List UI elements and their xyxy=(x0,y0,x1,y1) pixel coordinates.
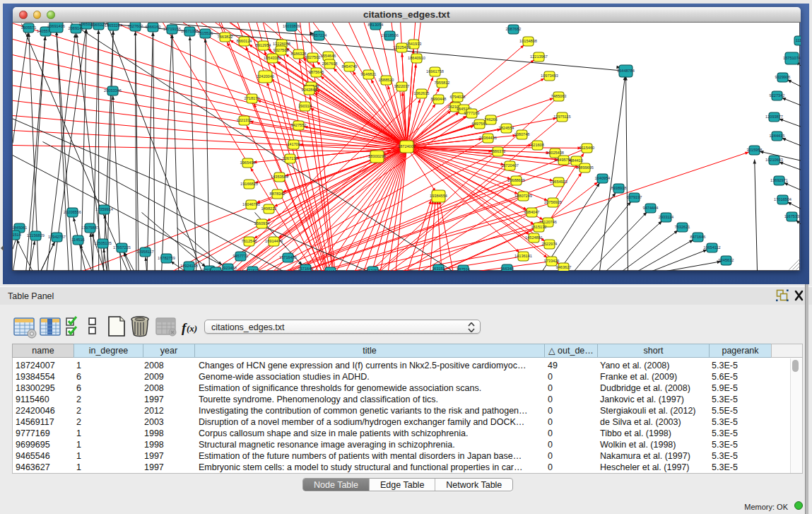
svg-text:1527602: 1527602 xyxy=(127,24,143,28)
svg-text:12226058: 12226058 xyxy=(273,42,290,46)
svg-text:10671355: 10671355 xyxy=(181,29,199,33)
svg-text:18640910: 18640910 xyxy=(408,56,425,60)
svg-text:1571640: 1571640 xyxy=(298,267,313,271)
svg-text:19384554: 19384554 xyxy=(430,194,447,198)
svg-text:17359914: 17359914 xyxy=(95,207,113,211)
svg-text:984410: 984410 xyxy=(570,158,583,163)
svg-text:20053346: 20053346 xyxy=(104,88,122,93)
svg-text:1845061: 1845061 xyxy=(13,226,27,230)
svg-text:163152: 163152 xyxy=(432,267,445,271)
svg-text:2967608: 2967608 xyxy=(322,62,337,66)
svg-text:1965498: 1965498 xyxy=(240,160,255,165)
svg-text:10899695: 10899695 xyxy=(576,165,594,170)
svg-text:19166825: 19166825 xyxy=(240,182,258,186)
svg-text:17957225: 17957225 xyxy=(113,245,131,250)
svg-text:10688609: 10688609 xyxy=(507,178,525,182)
svg-text:6379197: 6379197 xyxy=(626,195,642,199)
svg-text:1733426: 1733426 xyxy=(543,259,559,263)
svg-text:14136141: 14136141 xyxy=(514,254,532,258)
svg-text:20691406: 20691406 xyxy=(47,24,65,28)
svg-text:8938918: 8938918 xyxy=(611,186,626,190)
svg-text:8878342: 8878342 xyxy=(269,192,285,196)
svg-text:1560934: 1560934 xyxy=(254,221,269,226)
svg-text:9146821: 9146821 xyxy=(360,72,376,76)
svg-text:1167533: 1167533 xyxy=(784,214,799,218)
svg-text:8990448: 8990448 xyxy=(430,97,446,101)
svg-text:7515526: 7515526 xyxy=(197,31,213,35)
svg-text:20364436: 20364436 xyxy=(479,136,497,140)
svg-text:7632621: 7632621 xyxy=(674,225,690,229)
svg-text:7485063: 7485063 xyxy=(551,94,566,98)
svg-text:7612540: 7612540 xyxy=(241,239,257,243)
svg-text:8813054: 8813054 xyxy=(367,23,383,27)
svg-text:16046785: 16046785 xyxy=(242,202,260,206)
svg-text:15716485: 15716485 xyxy=(279,255,297,259)
svg-text:15751074: 15751074 xyxy=(783,56,801,60)
svg-text:1362615: 1362615 xyxy=(413,91,429,95)
svg-text:12924148: 12924148 xyxy=(180,264,198,268)
svg-text:10719155: 10719155 xyxy=(163,27,181,31)
svg-text:9327502: 9327502 xyxy=(305,55,320,59)
svg-text:1221331: 1221331 xyxy=(236,118,252,122)
svg-text:2522974: 2522974 xyxy=(541,242,557,246)
svg-text:7663822: 7663822 xyxy=(217,35,233,39)
svg-text:1112: 1112 xyxy=(795,38,801,42)
svg-text:2933114: 2933114 xyxy=(658,215,673,219)
svg-text:129234: 129234 xyxy=(209,269,223,271)
svg-text:9227342: 9227342 xyxy=(769,93,784,98)
svg-text:9242848: 9242848 xyxy=(301,88,317,92)
svg-text:114516: 114516 xyxy=(71,238,84,242)
svg-text:746266: 746266 xyxy=(484,117,498,122)
svg-text:1615132: 1615132 xyxy=(531,225,546,229)
svg-text:12213967: 12213967 xyxy=(530,54,548,59)
svg-text:13692971: 13692971 xyxy=(770,178,788,182)
svg-text:9384047: 9384047 xyxy=(524,210,539,214)
svg-text:14524851: 14524851 xyxy=(525,235,543,240)
svg-text:1588520: 1588520 xyxy=(378,78,394,82)
svg-text:16448784: 16448784 xyxy=(617,69,635,73)
svg-text:20206556: 20206556 xyxy=(64,210,81,214)
svg-text:987514: 987514 xyxy=(457,267,470,271)
svg-text:771542: 771542 xyxy=(246,269,259,271)
svg-text:621608: 621608 xyxy=(531,143,544,147)
svg-text:17016504: 17016504 xyxy=(774,197,792,201)
svg-text:1498222: 1498222 xyxy=(261,206,276,211)
svg-text:12325419: 12325419 xyxy=(393,45,411,49)
svg-text:8912954: 8912954 xyxy=(255,43,271,47)
svg-text:12156829: 12156829 xyxy=(27,233,45,238)
svg-text:2718170: 2718170 xyxy=(244,96,259,100)
svg-text:14353584: 14353584 xyxy=(271,175,288,179)
svg-text:16033809: 16033809 xyxy=(283,24,300,28)
svg-text:10025438: 10025438 xyxy=(546,151,564,155)
svg-text:1905571: 1905571 xyxy=(20,25,36,30)
svg-text:12505135: 12505135 xyxy=(94,241,112,245)
svg-text:19654923: 19654923 xyxy=(550,180,567,184)
svg-text:166348: 166348 xyxy=(500,267,514,271)
svg-text:6497568: 6497568 xyxy=(471,122,487,126)
svg-text:10543382: 10543382 xyxy=(264,56,281,60)
svg-text:17942757: 17942757 xyxy=(48,235,66,239)
svg-text:9327508: 9327508 xyxy=(273,48,288,52)
svg-text:9115460: 9115460 xyxy=(579,146,594,150)
svg-text:141700: 141700 xyxy=(287,142,300,146)
svg-text:8471646: 8471646 xyxy=(690,235,705,239)
svg-text:10653267: 10653267 xyxy=(105,23,122,28)
svg-text:10654112: 10654112 xyxy=(703,245,720,250)
svg-text:1080748: 1080748 xyxy=(514,132,529,136)
svg-text:18807249: 18807249 xyxy=(514,194,532,198)
svg-text:7886372: 7886372 xyxy=(490,149,505,153)
svg-text:18724007: 18724007 xyxy=(398,144,416,148)
svg-text:10973493: 10973493 xyxy=(541,74,558,78)
svg-text:3824554: 3824554 xyxy=(498,126,514,130)
svg-text:6466160: 6466160 xyxy=(145,25,160,29)
svg-text:3267130: 3267130 xyxy=(282,156,298,160)
svg-text:1554646: 1554646 xyxy=(320,54,336,58)
svg-text:16961758: 16961758 xyxy=(426,69,444,74)
svg-text:16782759: 16782759 xyxy=(158,256,175,260)
svg-text:290314: 290314 xyxy=(298,104,312,108)
svg-text:3875645: 3875645 xyxy=(308,70,324,74)
svg-text:9457771: 9457771 xyxy=(233,254,248,258)
svg-text:9777169: 9777169 xyxy=(464,111,479,115)
svg-text:8660124: 8660124 xyxy=(236,39,252,43)
svg-text:18300295: 18300295 xyxy=(368,154,386,158)
